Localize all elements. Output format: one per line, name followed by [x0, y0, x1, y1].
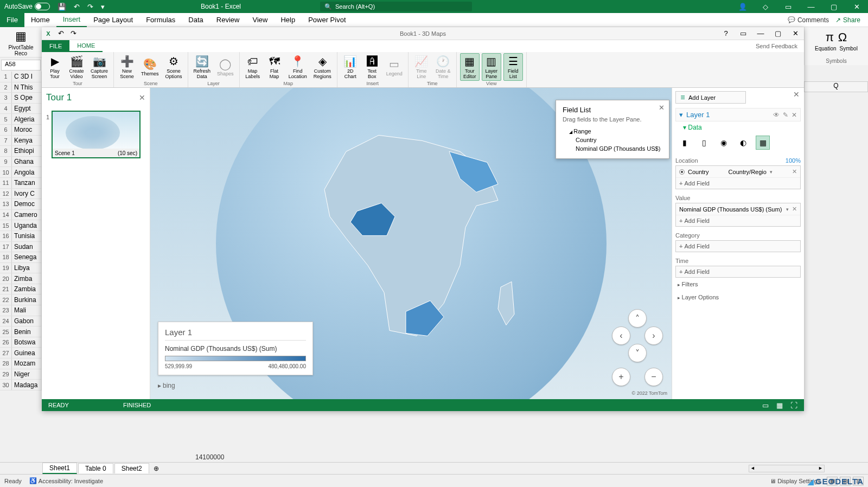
maps-redo-icon[interactable]: ↷	[71, 29, 76, 37]
tab-insert[interactable]: Insert	[56, 13, 87, 27]
row-number[interactable]: 23	[0, 305, 12, 316]
row-number[interactable]: 22	[0, 294, 12, 305]
layer-pane-close-icon[interactable]: ✕	[793, 90, 800, 99]
cell[interactable]: Tunisia	[12, 231, 42, 241]
add-time-field[interactable]: Add Field	[676, 266, 800, 277]
row-number[interactable]: 13	[0, 199, 12, 209]
sheet-tab-sheet2[interactable]: Sheet2	[114, 463, 149, 473]
row-number[interactable]: 10	[0, 167, 12, 177]
maps-view-tiles-icon[interactable]: ▦	[776, 401, 783, 409]
cell[interactable]: Libya	[12, 263, 42, 273]
maps-minimize-button[interactable]: —	[752, 27, 769, 40]
add-sheet-button[interactable]: ⊕	[150, 465, 162, 472]
cell[interactable]: Zambia	[12, 284, 42, 294]
cell[interactable]: Niger	[12, 369, 42, 380]
field-country[interactable]: Country	[563, 136, 662, 144]
map-zoom-in-button[interactable]: +	[612, 368, 630, 386]
cell[interactable]: Zimba	[12, 273, 42, 284]
cell[interactable]: Benin	[12, 326, 42, 337]
map-legend[interactable]: Layer 1 Nominal GDP (Thousands US$) (Sum…	[158, 322, 313, 375]
row-number[interactable]: 12	[0, 189, 12, 199]
tab-review[interactable]: Review	[210, 13, 246, 27]
row-number[interactable]: 6	[0, 125, 12, 135]
search-box[interactable]: 🔍 Search (Alt+Q)	[320, 2, 472, 11]
sheet-tab-table0[interactable]: Table 0	[78, 463, 113, 473]
undo-icon[interactable]: ↶	[74, 3, 80, 11]
remove-location-field-icon[interactable]: ✕	[792, 168, 797, 175]
create-video-button[interactable]: 🎬CreateVideo	[67, 53, 86, 81]
tab-file[interactable]: File	[0, 13, 24, 27]
minimize-button[interactable]: —	[800, 0, 822, 13]
coming-soon-icon[interactable]: ◇	[754, 0, 777, 13]
cell[interactable]: Camero	[12, 210, 42, 220]
maps-close-button[interactable]: ✕	[787, 27, 804, 40]
row-number[interactable]: 30	[0, 380, 12, 390]
add-value-field[interactable]: Add Field	[676, 215, 800, 226]
row-number[interactable]: 7	[0, 136, 12, 146]
maps-view-normal-icon[interactable]: ▭	[762, 401, 769, 409]
cell[interactable]: Mozam	[12, 358, 42, 369]
viz-bubble[interactable]: ◉	[717, 136, 731, 150]
field-list-button[interactable]: ☰FieldList	[503, 53, 523, 81]
account-icon[interactable]: 👤	[731, 0, 754, 13]
maps-maximize-button[interactable]: ▢	[769, 27, 787, 40]
accessibility-status[interactable]: ♿ Accessibility: Investigate	[29, 477, 103, 484]
filters-section[interactable]: Filters	[675, 278, 801, 291]
map-tilt-up-button[interactable]: ˄	[628, 309, 647, 328]
cell[interactable]: Uganda	[12, 220, 42, 230]
custom-regions-button[interactable]: ◈CustomRegions	[311, 53, 334, 81]
layer-visible-icon[interactable]: 👁	[773, 111, 780, 119]
tab-data[interactable]: Data	[182, 13, 209, 27]
cell[interactable]: N This	[12, 82, 42, 93]
remove-value-field-icon[interactable]: ✕	[792, 206, 797, 213]
cell[interactable]: Egypt	[12, 104, 42, 114]
map-canvas[interactable]: ✕ Field List Drag fields to the Layer Pa…	[150, 88, 672, 399]
row-number[interactable]: 25	[0, 326, 12, 337]
tour-editor-button[interactable]: ▦TourEditor	[460, 53, 480, 81]
data-section-toggle[interactable]: ▾ Data	[675, 121, 801, 133]
autosave-toggle[interactable]: AutoSave	[4, 3, 50, 10]
layer-options-section[interactable]: Layer Options	[675, 291, 801, 304]
maps-tab-file[interactable]: FILE	[42, 40, 69, 52]
layer-pane-button[interactable]: ▥LayerPane	[482, 53, 501, 81]
comments-button[interactable]: Comments	[788, 16, 829, 24]
row-number[interactable]: 29	[0, 369, 12, 380]
row-number[interactable]: 24	[0, 316, 12, 326]
maximize-button[interactable]: ▢	[822, 0, 845, 13]
viz-clustered-column[interactable]: ▯	[697, 136, 711, 150]
map-zoom-out-button[interactable]: −	[644, 368, 663, 386]
cell[interactable]: Democ	[12, 199, 42, 209]
tab-power-pivot[interactable]: Power Pivot	[302, 13, 352, 27]
row-number[interactable]: 11	[0, 178, 12, 188]
tour-pane-close-icon[interactable]: ✕	[139, 93, 145, 102]
row-number[interactable]: 14	[0, 210, 12, 220]
map-rotate-right-button[interactable]: ›	[644, 326, 663, 345]
cell[interactable]: Angola	[12, 167, 42, 177]
viz-region[interactable]: ▦	[756, 136, 770, 150]
field-range-node[interactable]: Range	[563, 127, 662, 136]
cell[interactable]: Moroc	[12, 125, 42, 135]
layer-1-header[interactable]: ▾Layer 1 👁 ✎ ✕	[675, 108, 801, 121]
maps-tab-home[interactable]: HOME	[69, 40, 103, 52]
row-number[interactable]: 2	[0, 82, 12, 93]
layer-rename-icon[interactable]: ✎	[783, 111, 788, 119]
location-field-country[interactable]: Country Country/Regio ▾ ✕	[676, 166, 800, 178]
add-layer-button[interactable]: Add Layer	[675, 91, 746, 104]
sheet-tab-sheet1[interactable]: Sheet1	[42, 463, 77, 474]
send-feedback-link[interactable]: Send Feedback	[756, 43, 797, 49]
row-number[interactable]: 21	[0, 284, 12, 294]
maps-view-full-icon[interactable]: ⛶	[790, 401, 797, 409]
row-number[interactable]: 18	[0, 252, 12, 262]
pivot-table-button[interactable]: ▦ PivotTable Reco	[0, 27, 42, 57]
tab-view[interactable]: View	[246, 13, 274, 27]
viz-heatmap[interactable]: ◐	[736, 136, 750, 150]
map-labels-button[interactable]: 🏷MapLabels	[243, 53, 263, 81]
cell[interactable]: Sudan	[12, 242, 42, 252]
row-number[interactable]: 3	[0, 93, 12, 103]
row-number[interactable]: 9	[0, 157, 12, 167]
cell[interactable]: S Ope	[12, 93, 42, 103]
row-number[interactable]: 17	[0, 242, 12, 252]
name-box[interactable]: A58	[1, 60, 41, 71]
row-number[interactable]: 8	[0, 146, 12, 156]
cell[interactable]: Gabon	[12, 316, 42, 326]
